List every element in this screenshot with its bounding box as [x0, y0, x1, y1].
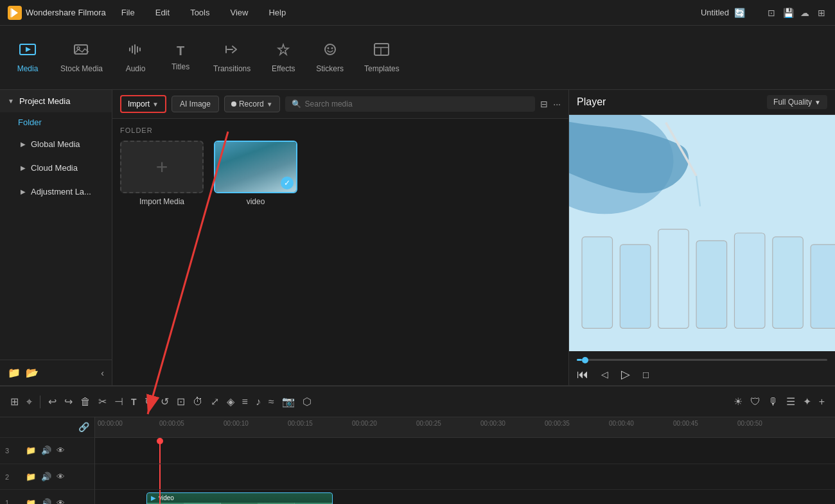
- quality-selector[interactable]: Full Quality ▼: [767, 95, 827, 109]
- toolbar-audio-label: Audio: [126, 64, 146, 73]
- menu-view[interactable]: View: [225, 5, 253, 20]
- menu-edit[interactable]: Edit: [150, 5, 175, 20]
- new-folder-icon[interactable]: 📁: [8, 367, 21, 379]
- track-2-audio[interactable]: 🔊: [41, 472, 51, 482]
- toolbar-stickers[interactable]: Stickers: [306, 37, 354, 78]
- svg-marker-6: [278, 44, 288, 55]
- window-save-icon[interactable]: 💾: [782, 7, 794, 19]
- window-monitor-icon[interactable]: ⊡: [766, 7, 777, 19]
- timeline-camera-icon[interactable]: 📷: [279, 393, 297, 410]
- title-area: Untitled 🔄: [701, 8, 745, 18]
- video-clip[interactable]: ▶ video: [146, 492, 333, 504]
- toolbar-stock-media[interactable]: Stock Media: [50, 37, 113, 78]
- step-back-button[interactable]: ⏮: [577, 368, 588, 381]
- timeline-star-icon[interactable]: ✦: [800, 393, 814, 410]
- media-items-list: + Import Media ✓ video: [120, 141, 561, 206]
- project-media-header[interactable]: ▼ Project Media: [0, 90, 112, 112]
- sidebar-folder-item[interactable]: Folder: [0, 112, 112, 132]
- track-1-num: 1: [5, 499, 21, 504]
- svg-rect-1: [10, 8, 12, 17]
- timeline-text-icon[interactable]: T: [128, 394, 139, 410]
- timeline-eq-icon[interactable]: ≡: [240, 394, 251, 410]
- timeline-mask-icon[interactable]: ◈: [224, 393, 237, 410]
- timeline-trim-icon[interactable]: ⊣: [112, 393, 126, 410]
- track-3-audio[interactable]: 🔊: [41, 446, 51, 455]
- ruler-mark-7: 00:00:35: [545, 420, 570, 427]
- menu-help[interactable]: Help: [263, 5, 291, 20]
- sidebar-item-global-media[interactable]: ▶ Global Media: [3, 133, 109, 155]
- track-lane-3: [95, 438, 835, 464]
- timeline-crop-icon[interactable]: ⊡: [174, 393, 188, 410]
- track-2-folder[interactable]: 📁: [26, 472, 36, 482]
- timeline-divider-1: [40, 395, 40, 408]
- timeline-list-icon[interactable]: ☰: [784, 393, 798, 410]
- timeline-undo2-icon[interactable]: ↺: [158, 393, 171, 410]
- timeline-rotate-icon[interactable]: ↻: [142, 393, 155, 410]
- filter-icon[interactable]: ⊟: [540, 99, 548, 109]
- toolbar-templates[interactable]: Templates: [354, 37, 410, 78]
- timeline-area: ⊞ ⌖ ↩ ↪ 🗑 ✂ ⊣ T ↻ ↺ ⊡ ⏱ ⤢ ◈ ≡ ♪ ≈ 📷 ⬡ ☀ …: [0, 385, 835, 504]
- timeline-mic-icon[interactable]: 🎙: [766, 394, 781, 410]
- import-button[interactable]: Import ▼: [120, 95, 166, 113]
- menu-file[interactable]: File: [116, 5, 140, 20]
- frame-back-button[interactable]: ◁: [601, 369, 608, 379]
- timeline-select-icon[interactable]: ⌖: [24, 394, 35, 410]
- track-lane-1[interactable]: ▶ video: [95, 490, 835, 504]
- import-folder-icon[interactable]: 📂: [26, 367, 39, 379]
- track-2-num: 2: [5, 473, 21, 481]
- timeline-add-icon[interactable]: +: [816, 394, 827, 410]
- toolbar-effects[interactable]: Effects: [261, 37, 306, 78]
- video-selected-check: ✓: [281, 177, 294, 189]
- sidebar-collapse-icon[interactable]: ‹: [101, 368, 104, 378]
- timeline-timer-icon[interactable]: ⏱: [190, 394, 206, 410]
- ruler-spacer: 🔗: [0, 417, 94, 438]
- track-1-audio[interactable]: 🔊: [41, 498, 51, 504]
- toolbar-media[interactable]: Media: [5, 37, 50, 78]
- timeline-transition-icon[interactable]: ⬡: [300, 393, 314, 410]
- transitions-icon: [224, 42, 240, 60]
- preview-content: [569, 115, 835, 351]
- search-input[interactable]: [305, 100, 529, 109]
- track-3-eye[interactable]: 👁: [57, 446, 65, 455]
- link-icon[interactable]: 🔗: [78, 422, 89, 432]
- toolbar-titles[interactable]: T Titles: [158, 39, 203, 76]
- timeline-redo-icon[interactable]: ↪: [62, 393, 75, 410]
- play-button[interactable]: ▷: [621, 367, 630, 381]
- left-sidebar: ▼ Project Media Folder ▶ Global Media ▶ …: [0, 90, 112, 385]
- track-3-folder[interactable]: 📁: [26, 446, 36, 455]
- stock-media-icon: [73, 42, 90, 60]
- track-2-eye[interactable]: 👁: [57, 472, 65, 482]
- progress-bar[interactable]: [577, 359, 827, 361]
- menu-tools[interactable]: Tools: [185, 5, 215, 20]
- timeline-delete-icon[interactable]: 🗑: [78, 394, 93, 410]
- project-media-chevron: ▼: [8, 98, 14, 105]
- toolbar-audio[interactable]: Audio: [113, 37, 158, 78]
- ai-image-label: AI Image: [180, 100, 211, 109]
- import-dropdown-arrow: ▼: [152, 101, 159, 108]
- sidebar-item-cloud-media[interactable]: ▶ Cloud Media: [3, 157, 109, 179]
- stop-button[interactable]: □: [643, 369, 649, 380]
- timeline-grid-icon[interactable]: ⊞: [8, 393, 21, 410]
- window-grid-icon[interactable]: ⊞: [816, 7, 827, 19]
- import-media-item[interactable]: + Import Media: [120, 141, 204, 206]
- record-button[interactable]: Record ▼: [224, 96, 280, 112]
- video-media-item[interactable]: ✓ video: [214, 141, 297, 206]
- more-options-icon[interactable]: ···: [553, 99, 561, 109]
- ai-image-button[interactable]: AI Image: [171, 96, 219, 112]
- timeline-audio-icon[interactable]: ♪: [253, 394, 263, 410]
- timeline-speed-icon[interactable]: ≈: [266, 394, 277, 410]
- track-1-folder[interactable]: 📁: [26, 498, 36, 504]
- track-1-eye[interactable]: 👁: [57, 498, 65, 504]
- timeline-sun-icon[interactable]: ☀: [731, 393, 745, 410]
- timeline-undo-icon[interactable]: ↩: [46, 393, 59, 410]
- window-cloud-icon[interactable]: ☁: [799, 7, 811, 19]
- timeline-cut-icon[interactable]: ✂: [96, 393, 109, 410]
- timeline-expand-icon[interactable]: ⤢: [208, 393, 222, 410]
- sidebar-item-adjustment[interactable]: ▶ Adjustment La...: [3, 180, 109, 203]
- import-plus-icon: +: [156, 155, 168, 179]
- cloud-media-chevron: ▶: [21, 164, 26, 171]
- timeline-shield-icon[interactable]: 🛡: [748, 394, 763, 410]
- toolbar-transitions[interactable]: Transitions: [203, 37, 261, 78]
- sidebar-item-global-media-label: Global Media: [31, 139, 80, 149]
- search-box: 🔍: [285, 96, 536, 112]
